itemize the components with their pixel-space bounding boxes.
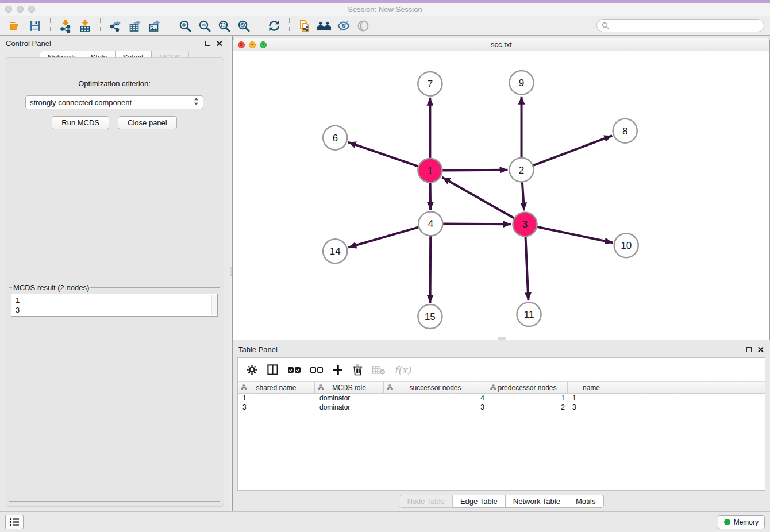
run-mcds-button[interactable]: Run MCDS bbox=[52, 116, 109, 129]
vertical-splitter[interactable] bbox=[229, 36, 233, 511]
zoom-in-icon[interactable] bbox=[175, 18, 195, 34]
optimization-criterion-label: Optimization criterion: bbox=[9, 79, 220, 88]
table-cell[interactable]: 1 bbox=[568, 394, 615, 402]
optimization-criterion-select[interactable]: strongly connected component bbox=[25, 95, 203, 109]
column-header-successor-nodes[interactable]: successor nodes bbox=[384, 382, 487, 393]
mcds-result-title: MCDS result (2 nodes) bbox=[12, 283, 90, 292]
graph-edge-3-11[interactable] bbox=[525, 236, 528, 300]
zoom-selected-icon[interactable] bbox=[234, 18, 253, 34]
table-cell[interactable]: 2 bbox=[487, 403, 568, 411]
table-cell[interactable]: dominator bbox=[315, 394, 384, 402]
column-header-name[interactable]: name bbox=[568, 382, 615, 393]
graph-edge-1-4[interactable] bbox=[430, 182, 431, 210]
close-panel-button[interactable]: Close panel bbox=[118, 116, 177, 129]
control-panel: Control Panel ✕ Network Style Select MCD… bbox=[0, 36, 229, 511]
duplicate-network-icon[interactable] bbox=[295, 18, 314, 34]
table-cell[interactable]: 3 bbox=[568, 403, 615, 411]
zoom-out-icon[interactable] bbox=[195, 18, 214, 34]
table-cell[interactable]: 3 bbox=[238, 403, 315, 411]
result-item: 3 bbox=[16, 305, 213, 315]
table-toolbar: f(x) bbox=[238, 358, 765, 381]
column-header-predecessor-nodes[interactable]: predecessor nodes bbox=[487, 382, 568, 393]
node-table-body: 1dominator4113dominator323 bbox=[238, 394, 765, 412]
column-header-MCDS-role[interactable]: MCDS role bbox=[315, 382, 384, 393]
selected-criterion: strongly connected component bbox=[30, 98, 132, 107]
memory-button[interactable]: Memory bbox=[718, 515, 765, 529]
open-session-icon[interactable] bbox=[6, 18, 25, 34]
float-table-panel-icon[interactable] bbox=[746, 347, 752, 352]
tab-motifs[interactable]: Motifs bbox=[568, 495, 604, 508]
select-all-icon[interactable] bbox=[287, 366, 301, 374]
graph-node-label: 4 bbox=[428, 218, 433, 229]
show-columns-icon[interactable] bbox=[267, 364, 279, 376]
close-panel-icon[interactable]: ✕ bbox=[215, 39, 223, 48]
refresh-view-icon[interactable] bbox=[264, 18, 284, 34]
maximize-window-button[interactable] bbox=[28, 6, 35, 13]
export-network-icon[interactable] bbox=[106, 18, 125, 34]
tab-node-table[interactable]: Node Table bbox=[399, 495, 453, 508]
graph-node-label: 15 bbox=[425, 311, 436, 322]
graph-edge-1-6[interactable] bbox=[348, 142, 419, 167]
hide-selected-icon[interactable] bbox=[334, 18, 353, 34]
graph-edge-3-1[interactable] bbox=[442, 177, 515, 218]
table-cell[interactable]: 4 bbox=[384, 394, 487, 402]
save-session-icon[interactable] bbox=[25, 18, 45, 34]
memory-label: Memory bbox=[734, 518, 759, 526]
splitter-grip[interactable] bbox=[230, 267, 232, 276]
graph-node-label: 1 bbox=[428, 165, 433, 176]
table-cell[interactable]: 1 bbox=[487, 394, 568, 402]
create-column-plus-icon[interactable] bbox=[332, 364, 344, 376]
delete-column-trash-icon[interactable] bbox=[352, 364, 363, 376]
search-box[interactable] bbox=[596, 19, 764, 32]
table-row[interactable]: 3dominator323 bbox=[238, 403, 765, 412]
float-panel-icon[interactable] bbox=[205, 41, 210, 46]
graph-edge-4-14[interactable] bbox=[348, 227, 419, 248]
control-panel-header: Control Panel ✕ bbox=[0, 36, 229, 51]
graph-node-label: 2 bbox=[519, 165, 524, 176]
graph-edge-4-3[interactable] bbox=[442, 224, 511, 225]
graph-node-label: 14 bbox=[330, 246, 341, 257]
table-cell[interactable]: 3 bbox=[384, 403, 487, 411]
import-table-icon[interactable] bbox=[75, 18, 95, 34]
task-history-button[interactable] bbox=[5, 515, 24, 529]
network-canvas[interactable]: 7968124314101511 bbox=[233, 51, 769, 340]
table-cell[interactable]: dominator bbox=[315, 403, 384, 411]
deselect-all-icon[interactable] bbox=[310, 366, 324, 374]
close-window-button[interactable] bbox=[5, 6, 12, 13]
tab-network-table[interactable]: Network Table bbox=[506, 495, 568, 508]
canvas-splitter-grip[interactable] bbox=[498, 337, 506, 340]
search-input[interactable] bbox=[611, 22, 759, 30]
cytoscape-window: Session: New Session bbox=[0, 0, 770, 532]
minimize-window-button[interactable] bbox=[17, 6, 24, 13]
control-panel-title: Control Panel bbox=[6, 39, 51, 48]
close-table-panel-icon[interactable]: ✕ bbox=[757, 345, 764, 354]
graph-node-label: 11 bbox=[524, 309, 534, 320]
toolbar-separator bbox=[259, 18, 259, 33]
network-maximize-button[interactable]: + bbox=[260, 41, 267, 48]
mcds-tab-panel: Optimization criterion: strongly connect… bbox=[5, 57, 224, 507]
graph-edge-3-10[interactable] bbox=[536, 227, 613, 243]
first-neighbors-icon[interactable] bbox=[314, 18, 334, 34]
network-close-button[interactable]: x bbox=[238, 41, 245, 48]
toolbar-separator bbox=[100, 18, 101, 33]
graph-edge-2-8[interactable] bbox=[532, 136, 612, 165]
graph-edge-2-3[interactable] bbox=[522, 182, 524, 211]
column-header-shared-name[interactable]: shared name bbox=[238, 382, 315, 393]
zoom-fit-icon[interactable] bbox=[214, 18, 234, 34]
export-image-icon[interactable] bbox=[145, 18, 164, 34]
result-scrollbar[interactable] bbox=[211, 295, 217, 315]
import-network-icon[interactable] bbox=[56, 18, 75, 34]
table-settings-gear-icon[interactable] bbox=[246, 364, 258, 376]
search-icon bbox=[602, 22, 609, 29]
table-cell[interactable]: 1 bbox=[238, 394, 315, 402]
graph-edge-4-15[interactable] bbox=[430, 235, 431, 303]
graph-edge-1-2[interactable] bbox=[441, 170, 507, 171]
show-all-icon[interactable] bbox=[353, 18, 373, 34]
toolbar-separator bbox=[170, 18, 170, 33]
table-row[interactable]: 1dominator411 bbox=[238, 394, 765, 403]
network-graph[interactable]: 7968124314101511 bbox=[233, 51, 769, 340]
tab-edge-table[interactable]: Edge Table bbox=[453, 495, 506, 508]
graph-node-label: 3 bbox=[522, 219, 528, 230]
network-minimize-button[interactable]: − bbox=[249, 41, 256, 48]
export-table-icon[interactable] bbox=[125, 18, 145, 34]
